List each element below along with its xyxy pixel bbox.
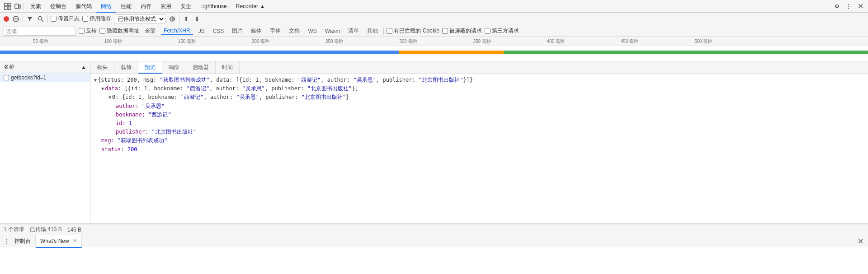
timeline-bar-green <box>504 51 868 54</box>
tab-payload[interactable]: 载荷 <box>114 61 138 74</box>
json-author-line: author: "吴承恩" <box>94 102 864 111</box>
bottom-close-icon[interactable]: ✕ <box>856 237 864 246</box>
name-column-header: 名称 <box>4 63 14 71</box>
blocked-requests-checkbox[interactable]: 被屏蔽的请求 <box>442 27 482 35</box>
svg-rect-5 <box>19 5 21 8</box>
expand-data0[interactable]: ▼ <box>108 94 111 101</box>
tab-elements[interactable]: 元素 <box>26 0 46 13</box>
tab-separator <box>24 3 24 10</box>
json-id-line: id: 1 <box>94 119 864 128</box>
inspect-icon[interactable] <box>4 2 12 10</box>
preserve-log-checkbox[interactable]: 保留日志 <box>51 15 80 23</box>
tab-application[interactable]: 应用 <box>156 0 176 13</box>
tab-preview[interactable]: 预览 <box>138 61 162 74</box>
main-content-area: 名称 ▲ getbooks?id=1 标头 载荷 预览 响应 启动器 时间 ▼ … <box>0 61 868 224</box>
sep1 <box>23 15 23 23</box>
disable-cache-checkbox[interactable]: 停用缓存 <box>82 15 111 23</box>
json-author-key: author: <box>116 102 139 111</box>
filter-manifest-btn[interactable]: 清单 <box>345 27 362 35</box>
panel-tabs: 标头 载荷 预览 响应 启动器 时间 <box>90 61 868 74</box>
item-checkbox[interactable] <box>4 75 9 80</box>
main-tabs: 元素 控制台 源代码 网络 性能 内存 应用 安全 Lighthouse Rec… <box>26 0 269 13</box>
tick-450ms: 450 毫秒 <box>621 38 638 45</box>
filter-font-btn[interactable]: 字体 <box>267 27 283 35</box>
import-button[interactable]: ⬆ <box>182 15 190 23</box>
filter-all-btn[interactable]: 全部 <box>142 27 158 35</box>
filter-fetch-xhr-btn[interactable]: Fetch/XHR <box>161 27 193 35</box>
json-msg-key: msg: <box>101 136 114 145</box>
json-msg-line: msg: "获取图书列表成功" <box>94 136 864 145</box>
svg-marker-8 <box>27 17 33 21</box>
tick-250ms: 250 毫秒 <box>326 38 343 45</box>
svg-rect-2 <box>5 7 7 9</box>
expand-root[interactable]: ▼ <box>94 77 97 84</box>
timeline-area: 50 毫秒 100 毫秒 150 毫秒 200 毫秒 250 毫秒 300 毫秒… <box>0 37 868 61</box>
bottom-tab-console[interactable]: 控制台 <box>10 235 36 248</box>
clear-button[interactable] <box>12 15 20 23</box>
filter-doc-btn[interactable]: 文档 <box>286 27 302 35</box>
json-publisher-line: publisher: "北京图书出版社" <box>94 128 864 136</box>
tab-sources[interactable]: 源代码 <box>71 0 96 13</box>
hide-data-urls-checkbox[interactable]: 隐藏数据网址 <box>99 27 139 35</box>
json-data-line: ▼ data: [{id: 1, bookname: "西游记", author… <box>94 84 864 93</box>
device-toolbar-icon[interactable] <box>14 2 22 10</box>
tab-network[interactable]: 网络 <box>96 0 116 13</box>
status-bar: 1 个请求 已传输 413 B 145 B <box>0 224 868 235</box>
devtools-tab-bar: 元素 控制台 源代码 网络 性能 内存 应用 安全 Lighthouse Rec… <box>0 0 868 13</box>
search-icon[interactable] <box>37 15 45 23</box>
json-status-val: 200 <box>127 145 137 154</box>
filter-icon[interactable] <box>26 15 34 23</box>
tab-initiator[interactable]: 启动器 <box>186 61 216 74</box>
export-button[interactable]: ⬇ <box>193 15 201 23</box>
tab-headers[interactable]: 标头 <box>90 61 114 74</box>
tab-recorder[interactable]: Recorder ▲ <box>231 0 270 13</box>
tab-security[interactable]: 安全 <box>176 0 196 13</box>
preview-content: ▼ { status: 200, msg: "获取图书列表成功", data: … <box>90 74 868 223</box>
json-status-key: status: <box>101 145 124 154</box>
json-data0-line: ▼ 0: {id: 1, bookname: "西游记", author: "吴… <box>94 93 864 102</box>
tick-350ms: 350 毫秒 <box>473 38 491 45</box>
more-options-icon[interactable]: ⋮ <box>844 2 853 10</box>
reverse-checkbox[interactable]: 反转 <box>79 27 97 35</box>
bottom-tab-whatsnew[interactable]: What's New ✕ <box>36 235 82 248</box>
tab-console[interactable]: 控制台 <box>46 0 71 13</box>
tab-lighthouse[interactable]: Lighthouse <box>196 0 231 13</box>
record-button[interactable] <box>4 16 9 22</box>
filter-input[interactable] <box>4 27 76 36</box>
tab-response[interactable]: 响应 <box>162 61 186 74</box>
network-toolbar: 保留日志 停用缓存 已停用节流模式 ⬆ ⬇ <box>0 13 868 25</box>
network-conditions-icon[interactable] <box>168 15 176 23</box>
settings-icon[interactable]: ⚙ <box>833 2 841 10</box>
sort-icon[interactable]: ▲ <box>81 64 86 70</box>
expand-data[interactable]: ▼ <box>101 85 104 93</box>
tab-performance[interactable]: 性能 <box>116 0 136 13</box>
filter-js-btn[interactable]: JS <box>196 28 208 35</box>
close-devtools-icon[interactable]: ✕ <box>856 2 864 10</box>
timeline-bar-orange <box>399 51 503 54</box>
devtools-top-icons: ⚙ ⋮ ✕ <box>833 2 864 10</box>
filter-other-btn[interactable]: 其他 <box>364 27 381 35</box>
third-party-checkbox[interactable]: 第三方请求 <box>485 27 519 35</box>
tab-memory[interactable]: 内存 <box>136 0 156 13</box>
bottom-tab-bar: ⋮ 控制台 What's New ✕ ✕ <box>0 235 868 247</box>
tick-300ms: 300 毫秒 <box>399 38 417 45</box>
whatsnew-close-icon[interactable]: ✕ <box>73 238 77 244</box>
filter-css-btn[interactable]: CSS <box>210 28 227 35</box>
filter-toolbar: 反转 隐藏数据网址 全部 Fetch/XHR JS CSS 图片 媒体 字体 文… <box>0 25 868 37</box>
file-list-header: 名称 ▲ <box>0 61 90 73</box>
tab-timing[interactable]: 时间 <box>216 61 240 74</box>
filter-wasm-btn[interactable]: Wasm <box>322 28 343 35</box>
json-root-preview: status: 200, msg: "获取图书列表成功", data: [{id… <box>101 76 473 84</box>
has-cookies-checkbox[interactable]: 有已拦截的 Cookie <box>387 27 439 35</box>
json-id-val: 1 <box>129 119 132 128</box>
file-name: getbooks?id=1 <box>11 74 46 81</box>
throttle-select[interactable]: 已停用节流模式 <box>114 14 165 23</box>
tick-400ms: 400 毫秒 <box>547 38 565 45</box>
file-list-item[interactable]: getbooks?id=1 <box>0 73 90 82</box>
filter-ws-btn[interactable]: WS <box>305 28 319 35</box>
json-bookname-line: bookname: "西游记" <box>94 111 864 119</box>
timeline-bars <box>0 46 868 61</box>
filter-img-btn[interactable]: 图片 <box>229 27 245 35</box>
bottom-dots-icon[interactable]: ⋮ <box>4 238 10 245</box>
filter-media-btn[interactable]: 媒体 <box>248 27 264 35</box>
